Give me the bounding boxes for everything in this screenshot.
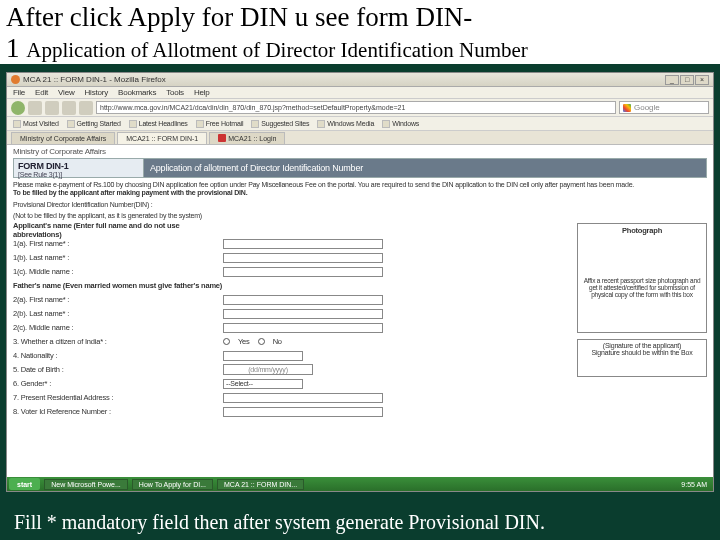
bookmark-icon: [317, 120, 325, 128]
url-text: http://www.mca.gov.in/MCA21/dca/din/din_…: [100, 104, 405, 111]
bookmark-icon: [67, 120, 75, 128]
tab-favicon: [218, 134, 226, 142]
breadcrumb: Ministry of Corporate Affairs: [13, 147, 707, 156]
menu-view[interactable]: View: [58, 88, 74, 97]
bookmark-item[interactable]: Most Visited: [13, 120, 59, 128]
bookmark-item[interactable]: Latest Headlines: [129, 120, 188, 128]
citizen-label: 3. Whether a citizen of India* :: [13, 337, 223, 346]
menu-bar: File Edit View History Bookmarks Tools H…: [7, 87, 713, 99]
slide-footer: Fill * mandatory field then after system…: [0, 511, 720, 534]
bookmark-icon: [129, 120, 137, 128]
first-name-label: 1(a). First name* :: [13, 239, 223, 248]
signature-hint: Signature should be within the Box: [580, 349, 704, 356]
bookmark-item[interactable]: Windows: [382, 120, 419, 128]
bookmark-icon: [13, 120, 21, 128]
form-header: FORM DIN-1 [See Rule 3(1)] Application o…: [13, 158, 707, 178]
system-tray: 9:55 AM: [681, 481, 711, 488]
taskbar-item[interactable]: MCA 21 :: FORM DIN...: [217, 479, 304, 490]
menu-help[interactable]: Help: [194, 88, 210, 97]
minimize-button[interactable]: _: [665, 75, 679, 85]
window-titlebar: MCA 21 :: FORM DIN-1 - Mozilla Firefox _…: [7, 73, 713, 87]
photo-note: Affix a recent passport size photograph …: [580, 275, 704, 300]
first-name-input[interactable]: [223, 239, 383, 249]
bookmarks-bar: Most Visited Getting Started Latest Head…: [7, 117, 713, 131]
form-rule: [See Rule 3(1)]: [18, 171, 139, 178]
gender-label: 6. Gender* :: [13, 379, 223, 388]
title-line1: After click Apply for DIN u see form DIN…: [6, 2, 472, 32]
bookmark-icon: [196, 120, 204, 128]
provisional-din-label: Provisional Director Identification Numb…: [13, 201, 707, 209]
voter-id-input[interactable]: [223, 407, 383, 417]
middle-name-input[interactable]: [223, 267, 383, 277]
reload-icon[interactable]: [45, 101, 59, 115]
gender-select[interactable]: --Select--: [223, 379, 303, 389]
bookmark-item[interactable]: Windows Media: [317, 120, 374, 128]
photo-box: Photograph Affix a recent passport size …: [577, 223, 707, 333]
taskbar-item[interactable]: New Microsoft Powe...: [44, 479, 128, 490]
nationality-label: 4. Nationality :: [13, 351, 223, 360]
father-first-input[interactable]: [223, 295, 383, 305]
maximize-button[interactable]: □: [680, 75, 694, 85]
slide-title: After click Apply for DIN u see form DIN…: [0, 0, 720, 64]
father-name-header: Father's name (Even married women must g…: [13, 281, 222, 290]
tab-mca-ministry[interactable]: Ministry of Corporate Affairs: [11, 132, 115, 144]
stop-icon[interactable]: [62, 101, 76, 115]
form-fields: Applicant's name (Enter full name and do…: [13, 223, 571, 419]
father-last-label: 2(b). Last name* :: [13, 309, 223, 318]
back-icon[interactable]: [11, 101, 25, 115]
address-label: 7. Present Residential Address :: [13, 393, 223, 402]
address-input[interactable]: [223, 393, 383, 403]
signature-box: (Signature of the applicant) Signature s…: [577, 339, 707, 377]
browser-window: MCA 21 :: FORM DIN-1 - Mozilla Firefox _…: [6, 72, 714, 492]
father-first-label: 2(a). First name* :: [13, 295, 223, 304]
form-instructions: Please make e-payment of Rs.100 by choos…: [13, 181, 707, 198]
menu-tools[interactable]: Tools: [166, 88, 184, 97]
form-code: FORM DIN-1: [18, 161, 139, 171]
menu-file[interactable]: File: [13, 88, 25, 97]
nav-toolbar: http://www.mca.gov.in/MCA21/dca/din/din_…: [7, 99, 713, 117]
search-placeholder: Google: [634, 103, 660, 112]
father-middle-input[interactable]: [223, 323, 383, 333]
title-line2-prefix: 1: [6, 33, 26, 63]
search-box[interactable]: Google: [619, 101, 709, 114]
window-title: MCA 21 :: FORM DIN-1 - Mozilla Firefox: [23, 75, 166, 84]
forward-icon[interactable]: [28, 101, 42, 115]
tab-mca-login[interactable]: MCA21 :: Login: [209, 132, 285, 144]
bookmark-icon: [251, 120, 259, 128]
applicant-name-header: Applicant's name (Enter full name and do…: [13, 221, 223, 239]
provisional-din-hint: (Not to be filled by the applicant, as i…: [13, 212, 707, 220]
citizen-no-radio[interactable]: [258, 338, 265, 345]
photo-title: Photograph: [580, 226, 704, 235]
last-name-input[interactable]: [223, 253, 383, 263]
dob-input[interactable]: (dd/mm/yyyy): [223, 364, 313, 375]
last-name-label: 1(b). Last name* :: [13, 253, 223, 262]
menu-bookmarks[interactable]: Bookmarks: [118, 88, 156, 97]
menu-history[interactable]: History: [85, 88, 109, 97]
page-content: Ministry of Corporate Affairs FORM DIN-1…: [7, 145, 713, 477]
start-button[interactable]: start: [9, 478, 40, 490]
bookmark-item[interactable]: Free Hotmail: [196, 120, 244, 128]
taskbar-item[interactable]: How To Apply for DI...: [132, 479, 213, 490]
form-title: Application of allotment of Director Ide…: [144, 159, 706, 177]
signature-label: (Signature of the applicant): [580, 342, 704, 349]
bookmark-item[interactable]: Getting Started: [67, 120, 121, 128]
citizen-yes-radio[interactable]: [223, 338, 230, 345]
google-icon: [623, 104, 631, 112]
firefox-icon: [11, 75, 20, 84]
nationality-select[interactable]: [223, 351, 303, 361]
father-middle-label: 2(c). Middle name :: [13, 323, 223, 332]
bookmark-item[interactable]: Suggested Sites: [251, 120, 309, 128]
clock: 9:55 AM: [681, 481, 707, 488]
dob-label: 5. Date of Birth :: [13, 365, 223, 374]
windows-taskbar: start New Microsoft Powe... How To Apply…: [7, 477, 713, 491]
url-bar[interactable]: http://www.mca.gov.in/MCA21/dca/din/din_…: [96, 101, 616, 114]
close-button[interactable]: ×: [695, 75, 709, 85]
voter-id-label: 8. Voter Id Reference Number :: [13, 407, 223, 416]
father-last-input[interactable]: [223, 309, 383, 319]
home-icon[interactable]: [79, 101, 93, 115]
menu-edit[interactable]: Edit: [35, 88, 48, 97]
tab-form-din1[interactable]: MCA21 :: FORM DIN-1: [117, 132, 207, 144]
bookmark-icon: [382, 120, 390, 128]
middle-name-label: 1(c). Middle name :: [13, 267, 223, 276]
tab-bar: Ministry of Corporate Affairs MCA21 :: F…: [7, 131, 713, 145]
